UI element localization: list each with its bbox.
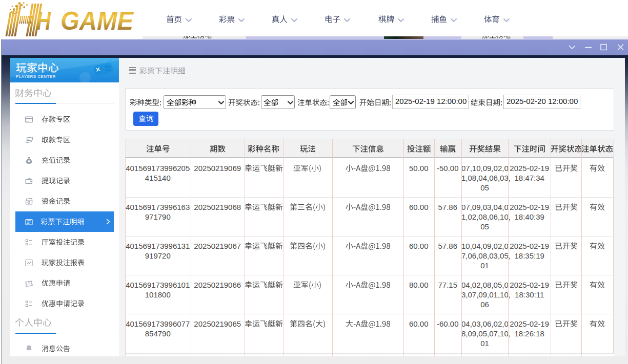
svg-text:H: H: [36, 7, 51, 35]
svg-text:GAME: GAME: [60, 7, 134, 35]
